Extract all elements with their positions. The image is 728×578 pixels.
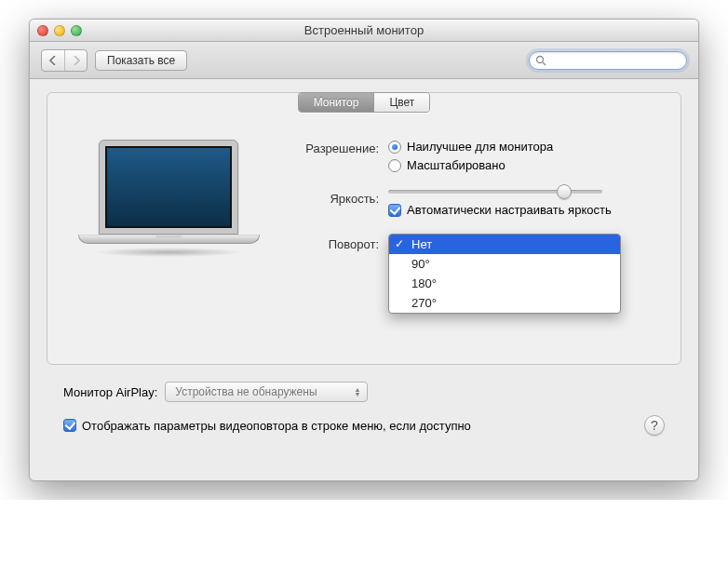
help-button[interactable]: ? — [644, 415, 665, 436]
checkbox-icon — [388, 204, 401, 217]
auto-brightness-option[interactable]: Автоматически настраивать яркость — [388, 203, 662, 217]
tab-row: Монитор Цвет — [298, 92, 431, 113]
zoom-button[interactable] — [71, 25, 82, 36]
tab-color[interactable]: Цвет — [373, 93, 429, 112]
auto-brightness-label: Автоматически настраивать яркость — [407, 203, 612, 217]
airplay-select[interactable]: Устройства не обнаружены ▲▼ — [165, 382, 367, 402]
airplay-value: Устройства не обнаружены — [175, 385, 317, 398]
search-icon — [535, 55, 546, 66]
minimize-button[interactable] — [54, 25, 65, 36]
resolution-scaled-label: Масштабировано — [407, 158, 506, 172]
search-field[interactable] — [529, 51, 687, 70]
resolution-label: Разрешение: — [299, 140, 388, 155]
show-all-button[interactable]: Показать все — [95, 50, 187, 71]
brightness-label: Яркость: — [299, 190, 388, 206]
slider-thumb[interactable] — [557, 184, 572, 199]
rotation-option-180[interactable]: 180° — [389, 274, 620, 293]
back-button[interactable] — [42, 50, 64, 71]
mirror-label: Отображать параметры видеоповтора в стро… — [82, 419, 471, 433]
checkbox-icon — [63, 419, 76, 432]
settings-panel: Монитор Цвет Разрешение: — [47, 92, 681, 365]
rotation-option-90[interactable]: 90° — [389, 254, 620, 274]
window-title: Встроенный монитор — [30, 23, 698, 37]
rotation-label: Поворот: — [299, 235, 388, 251]
preferences-window: Встроенный монитор Показать все Монитор … — [29, 19, 699, 481]
resolution-scaled-option[interactable]: Масштабировано — [388, 158, 662, 172]
radio-icon — [388, 159, 401, 172]
titlebar: Встроенный монитор — [30, 20, 698, 42]
resolution-best-label: Наилучшее для монитора — [407, 140, 553, 154]
airplay-label: Монитор AirPlay: — [63, 385, 157, 399]
chevron-updown-icon: ▲▼ — [355, 387, 361, 397]
close-button[interactable] — [37, 25, 48, 36]
toolbar: Показать все — [30, 42, 698, 79]
nav-buttons — [41, 49, 88, 72]
search-input[interactable] — [550, 54, 681, 67]
rotation-option-270[interactable]: 270° — [389, 293, 620, 313]
rotation-dropdown[interactable]: Нет 90° 180° 270° — [388, 234, 621, 314]
traffic-lights — [37, 25, 82, 36]
device-preview — [66, 140, 271, 332]
brightness-slider[interactable] — [388, 190, 602, 194]
radio-icon — [388, 141, 401, 154]
forward-button[interactable] — [64, 50, 87, 71]
rotation-option-none[interactable]: Нет — [389, 235, 620, 254]
svg-line-1 — [543, 62, 546, 65]
resolution-best-option[interactable]: Наилучшее для монитора — [388, 140, 662, 154]
mirror-option[interactable]: Отображать параметры видеоповтора в стро… — [63, 419, 471, 433]
svg-point-0 — [537, 56, 544, 62]
tab-monitor[interactable]: Монитор — [299, 93, 374, 112]
